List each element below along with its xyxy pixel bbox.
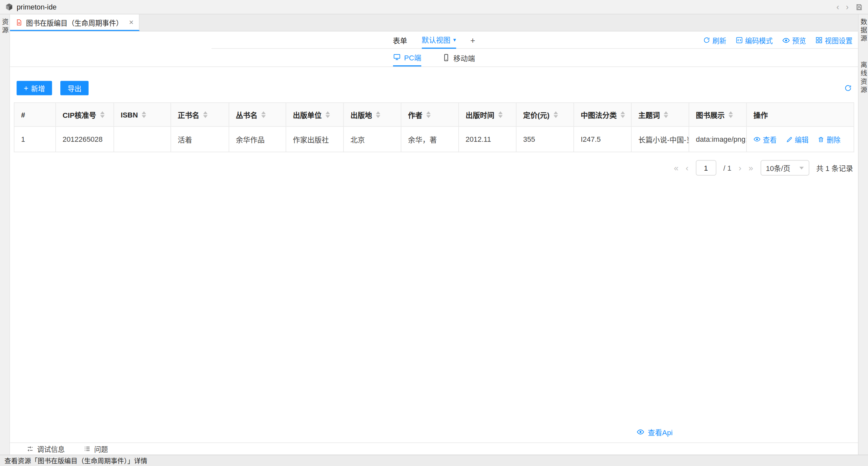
tab-form[interactable]: 表单 <box>393 31 407 49</box>
col-header-price[interactable]: 定价(元) <box>516 103 574 127</box>
col-header-author[interactable]: 作者 <box>401 103 459 127</box>
top-actions: 刷新 编码模式 预览 <box>703 31 852 49</box>
col-header-subject[interactable]: 主题词 <box>631 103 689 127</box>
cell-cip: 2012265028 <box>56 127 114 152</box>
cell-subject: 长篇小说-中国-当 <box>631 127 689 152</box>
delete-link[interactable]: 删除 <box>818 134 840 145</box>
sort-icon[interactable] <box>326 111 330 118</box>
cell-series: 余华作品 <box>229 127 286 152</box>
col-header-index: # <box>14 103 56 127</box>
page-size-select[interactable]: 10条/页 <box>761 160 809 176</box>
tab-pc[interactable]: PC端 <box>393 49 421 67</box>
col-header-publisher[interactable]: 出版单位 <box>286 103 344 127</box>
sort-icon[interactable] <box>142 111 146 118</box>
sort-icon[interactable] <box>663 111 668 118</box>
col-header-cip[interactable]: CIP核准号 <box>56 103 114 127</box>
plus-icon: + <box>24 84 29 92</box>
col-header-clc[interactable]: 中图法分类 <box>574 103 631 127</box>
editor-tab[interactable]: 图书在版编目（生命周期事件） × <box>10 14 140 31</box>
sort-icon[interactable] <box>553 111 558 118</box>
sync-icon[interactable] <box>844 84 852 92</box>
preview-button[interactable]: 预览 <box>782 35 806 45</box>
rail-item-data-source[interactable]: 数据源 <box>859 14 868 43</box>
view-api-link[interactable]: 查看Api <box>637 427 673 437</box>
sort-icon[interactable] <box>728 111 733 118</box>
pencil-icon <box>786 136 793 143</box>
next-page-button[interactable]: › <box>738 164 741 172</box>
col-header-place[interactable]: 出版地 <box>343 103 401 127</box>
editor-tab-title: 图书在版编目（生命周期事件） <box>26 17 123 27</box>
sort-icon[interactable] <box>100 111 105 118</box>
problems-icon <box>84 445 91 452</box>
view-tabs-row: 表单 默认视图 ▾ + 刷新 <box>10 31 858 49</box>
bottom-panel-bar: 调试信息 问题 <box>10 442 858 454</box>
monitor-icon <box>393 53 401 61</box>
close-icon[interactable]: × <box>129 18 133 27</box>
sort-icon[interactable] <box>498 111 503 118</box>
sort-icon[interactable] <box>621 111 625 118</box>
cell-author: 余华，著 <box>401 127 459 152</box>
chevron-down-icon: ▾ <box>453 37 456 42</box>
left-rail: 资源 <box>0 14 10 455</box>
refresh-button[interactable]: 刷新 <box>703 35 726 45</box>
trash-icon <box>818 136 825 143</box>
statusbar-text: 查看资源「图书在版编目（生命周期事件）」详情 <box>5 456 147 465</box>
view-link[interactable]: 查看 <box>753 134 777 144</box>
col-header-series[interactable]: 丛书名 <box>229 103 286 127</box>
export-button[interactable]: 导出 <box>60 81 89 95</box>
prev-page-button[interactable]: ‹ <box>686 164 688 172</box>
rail-item-resources[interactable]: 资源 <box>0 14 9 35</box>
rail-item-offline-resources[interactable]: 离线资源 <box>859 58 868 95</box>
save-icon[interactable] <box>855 3 863 11</box>
code-icon <box>736 36 743 43</box>
document-icon <box>16 19 23 26</box>
cell-index: 1 <box>14 127 56 152</box>
eye-icon <box>637 428 645 436</box>
debug-info-button[interactable]: 调试信息 <box>27 443 65 454</box>
pagination: « ‹ 1 / 1 › » 10条/页 共 1 条记录 <box>14 160 854 176</box>
add-button[interactable]: + 新增 <box>17 81 52 95</box>
cell-image: data:image/png;b <box>689 127 747 152</box>
cell-publisher: 作家出版社 <box>286 127 344 152</box>
cell-actions: 查看 编辑 <box>747 127 854 152</box>
cell-isbn <box>114 127 171 152</box>
device-tabs-row: PC端 移动端 <box>10 49 858 67</box>
edit-link[interactable]: 编辑 <box>786 134 809 145</box>
editor-tabstrip: 图书在版编目（生命周期事件） × <box>10 14 858 31</box>
table-toolbar: + 新增 导出 <box>14 81 854 95</box>
debug-icon <box>27 445 34 452</box>
nav-back-icon[interactable]: ‹ <box>837 3 839 11</box>
sort-icon[interactable] <box>203 111 208 118</box>
col-header-title[interactable]: 正书名 <box>171 103 229 127</box>
tab-default-view[interactable]: 默认视图 ▾ <box>422 31 456 49</box>
cell-price: 355 <box>516 127 574 152</box>
statusbar: 查看资源「图书在版编目（生命周期事件）」详情 <box>0 455 868 466</box>
col-header-actions: 操作 <box>747 103 854 127</box>
table-row[interactable]: 1 2012265028 活着 余华作品 作家出版社 北京 余华，著 2012.… <box>14 127 854 152</box>
col-header-isbn[interactable]: ISBN <box>114 103 171 127</box>
add-view-button[interactable]: + <box>470 31 475 49</box>
nav-forward-icon[interactable]: › <box>846 3 849 11</box>
code-mode-button[interactable]: 编码模式 <box>736 35 773 45</box>
last-page-button[interactable]: » <box>749 164 753 172</box>
sort-icon[interactable] <box>376 111 380 118</box>
col-header-date[interactable]: 出版时间 <box>459 103 516 127</box>
app-title: primeton-ide <box>17 3 57 11</box>
empty-area <box>14 176 854 427</box>
sort-icon[interactable] <box>426 111 431 118</box>
page-number-input[interactable]: 1 <box>696 160 716 176</box>
sort-icon[interactable] <box>261 111 266 118</box>
view-settings-button[interactable]: 视图设置 <box>815 35 852 45</box>
page-count-label: / 1 <box>723 164 731 172</box>
first-page-button[interactable]: « <box>674 164 678 172</box>
app-logo <box>5 3 13 11</box>
problems-button[interactable]: 问题 <box>84 443 108 454</box>
grid-icon <box>815 36 823 43</box>
col-header-image[interactable]: 图书展示 <box>689 103 747 127</box>
right-rail: 数据源 离线资源 <box>858 14 868 455</box>
titlebar: primeton-ide ‹ › <box>0 0 868 14</box>
cell-title: 活着 <box>171 127 229 152</box>
tab-mobile[interactable]: 移动端 <box>442 49 475 67</box>
main-area: 图书在版编目（生命周期事件） × 表单 默认视图 ▾ <box>10 14 858 455</box>
refresh-icon <box>703 36 710 43</box>
